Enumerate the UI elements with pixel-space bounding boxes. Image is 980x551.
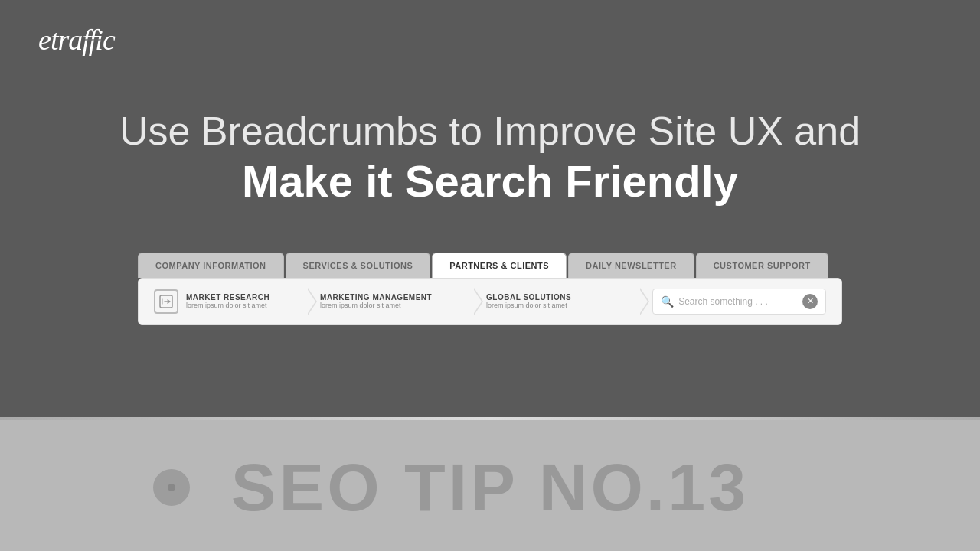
breadcrumb-text-global-solutions: GLOBAL SOLUTIONS lorem ipsum dolor sit a… bbox=[486, 293, 571, 309]
logo: eetraffictra ff ic bbox=[38, 24, 115, 56]
breadcrumb-icon-market-research bbox=[154, 289, 178, 314]
tab-services-solutions[interactable]: SERVICES & SOLUTIONS bbox=[286, 253, 431, 278]
logo-t: t bbox=[51, 24, 58, 56]
breadcrumb-title-global-solutions: GLOBAL SOLUTIONS bbox=[486, 293, 571, 302]
logo-r: r bbox=[57, 24, 68, 56]
logo-a: a bbox=[68, 24, 82, 56]
breadcrumb-bar: MARKET RESEARCH lorem ipsum dolor sit am… bbox=[138, 278, 842, 325]
bullet-outer bbox=[153, 469, 190, 506]
seo-tip-text: SEO TIP NO.13 bbox=[231, 454, 749, 521]
search-item[interactable]: 🔍 Search something . . . ✕ bbox=[645, 289, 834, 315]
breadcrumb-subtitle-global-solutions: lorem ipsum dolor sit amet bbox=[486, 302, 571, 309]
breadcrumb-item-global-solutions[interactable]: GLOBAL SOLUTIONS lorem ipsum dolor sit a… bbox=[479, 293, 645, 309]
breadcrumb-text-market-research: MARKET RESEARCH lorem ipsum dolor sit am… bbox=[186, 293, 270, 309]
bullet-inner bbox=[168, 484, 175, 491]
close-icon: ✕ bbox=[807, 296, 814, 306]
search-clear-button[interactable]: ✕ bbox=[802, 294, 818, 309]
search-placeholder-text: Search something . . . bbox=[678, 296, 802, 307]
breadcrumb-subtitle-market-research: lorem ipsum dolor sit amet bbox=[186, 302, 270, 309]
hero-line2: Make it Search Friendly bbox=[119, 155, 861, 208]
breadcrumb-item-marketing-management[interactable]: MARKETING MANAGEMENT lorem ipsum dolor s… bbox=[312, 293, 479, 309]
bottom-section: SEO TIP NO.13 bbox=[0, 420, 980, 551]
bullet-decoration bbox=[153, 469, 190, 506]
logo-area: eetraffictra ff ic bbox=[38, 23, 115, 57]
tab-daily-newsletter[interactable]: DAILY NEWSLETTER bbox=[568, 253, 694, 278]
search-icon: 🔍 bbox=[661, 295, 674, 308]
tab-customer-support[interactable]: CUSTOMER SUPPORT bbox=[696, 253, 828, 278]
breadcrumb-subtitle-marketing-management: lorem ipsum dolor sit amet bbox=[320, 302, 432, 309]
breadcrumb-title-market-research: MARKET RESEARCH bbox=[186, 293, 270, 302]
logo-ff: ff bbox=[82, 23, 95, 57]
top-section: eetraffictra ff ic Use Breadcrumbs to Im… bbox=[0, 0, 980, 417]
logo-e: e bbox=[38, 24, 51, 56]
tab-partners-clients[interactable]: PARTNERS & CLIENTS bbox=[432, 253, 567, 278]
breadcrumb-text-marketing-management: MARKETING MANAGEMENT lorem ipsum dolor s… bbox=[320, 293, 432, 309]
tab-company-information[interactable]: COMPANY INFORMATION bbox=[138, 253, 284, 278]
search-box: 🔍 Search something . . . ✕ bbox=[652, 289, 826, 315]
breadcrumb-item-market-research[interactable]: MARKET RESEARCH lorem ipsum dolor sit am… bbox=[146, 289, 312, 314]
breadcrumb-title-marketing-management: MARKETING MANAGEMENT bbox=[320, 293, 432, 302]
nav-tabs-container: COMPANY INFORMATION SERVICES & SOLUTIONS… bbox=[138, 253, 842, 278]
hero-line1: Use Breadcrumbs to Improve Site UX and bbox=[119, 107, 861, 155]
hero-container: Use Breadcrumbs to Improve Site UX and M… bbox=[119, 107, 861, 208]
